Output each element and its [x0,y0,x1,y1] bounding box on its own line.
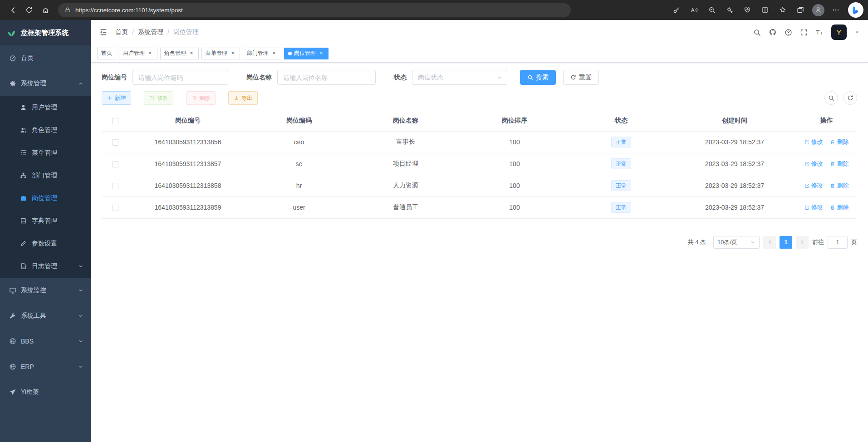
sidebar-item-erp[interactable]: ERP [0,354,91,379]
tab-home[interactable]: 首页 [97,48,116,59]
add-favorite-button[interactable] [722,2,737,18]
user-avatar[interactable] [831,25,847,40]
trash-icon [191,95,197,101]
next-page-button[interactable] [796,236,809,249]
fullscreen-button[interactable] [800,29,808,36]
row-edit-button[interactable]: 修改 [804,160,823,168]
sidebar-item-role-management[interactable]: 角色管理 [0,119,91,142]
sidebar-item-log-management[interactable]: 日志管理 [0,255,91,278]
tab-menu-management[interactable]: 菜单管理× [201,48,240,59]
briefcase-icon [20,195,27,202]
settings-menu-button[interactable] [828,2,843,18]
sidebar-item-param-settings[interactable]: 参数设置 [0,232,91,255]
avatar-dropdown-caret[interactable] [854,29,860,35]
row-checkbox[interactable] [112,161,118,167]
browser-profile-button[interactable] [810,2,826,18]
tab-close-icon[interactable]: × [271,50,277,57]
toggle-search-button[interactable] [824,91,838,105]
book-icon [20,217,27,225]
select-all-checkbox[interactable] [112,118,118,124]
tab-close-icon[interactable]: × [230,50,236,57]
system-submenu: 用户管理 角色管理 菜单管理 部门管理 岗位管理 [0,96,91,278]
sidebar-item-dept-management[interactable]: 部门管理 [0,164,91,187]
tab-close-icon[interactable]: × [318,50,324,57]
row-delete-button[interactable]: 删除 [830,138,848,146]
search-button[interactable]: 搜索 [520,70,556,85]
prev-page-button[interactable] [763,236,776,249]
copilot-bing-button[interactable] [848,2,863,18]
address-bar[interactable]: https://ccnetcore.com:1101/system/post [58,3,571,17]
row-delete-button[interactable]: 删除 [830,203,848,211]
column-header-post-sort: 岗位排序 [460,110,569,131]
favorites-button[interactable] [775,2,790,18]
row-edit-button[interactable]: 修改 [804,182,823,190]
read-aloud-button[interactable] [687,2,702,18]
tab-label: 部门管理 [247,49,269,57]
refresh-table-button[interactable] [843,91,857,105]
sidebar-fold-button[interactable] [99,28,108,37]
sidebar-item-system-management[interactable]: 系统管理 [0,71,91,96]
cell-post-id: 1641030593112313859 [129,196,247,218]
sidebar-item-bbs[interactable]: BBS [0,329,91,354]
row-delete-button[interactable]: 删除 [830,160,848,168]
page-number-button[interactable]: 1 [780,236,792,249]
row-edit-button[interactable]: 修改 [804,138,823,146]
collections-button[interactable] [793,2,808,18]
edit-button[interactable]: 修改 [144,91,173,105]
row-checkbox[interactable] [112,139,118,146]
zoom-button[interactable] [704,2,720,18]
cell-post-id: 1641030593112313856 [129,131,247,153]
github-link-button[interactable] [769,28,777,36]
tab-dept-management[interactable]: 部门管理× [243,48,281,59]
site-info-icon[interactable] [64,7,71,13]
breadcrumb-system[interactable]: 系统管理 [138,28,163,36]
post-name-input[interactable] [277,70,376,85]
add-button[interactable]: 新增 [102,91,131,105]
delete-button[interactable]: 删除 [186,91,216,105]
browser-back-button[interactable] [5,2,21,18]
app-logo: 意框架管理系统 [0,20,91,45]
status-badge: 正常 [611,202,631,213]
sidebar-item-system-monitor[interactable]: 系统监控 [0,278,91,303]
sidebar-item-label: 字典管理 [32,217,57,225]
sidebar-item-dict-management[interactable]: 字典管理 [0,210,91,232]
sidebar-item-yi-framework[interactable]: Yi框架 [0,379,91,405]
table-tools [824,91,857,105]
sidebar-item-label: BBS [21,338,34,345]
row-checkbox[interactable] [112,183,118,189]
font-size-icon [815,28,824,36]
layout-size-button[interactable] [815,28,824,36]
export-button[interactable]: 导出 [228,91,258,105]
browser-home-button[interactable] [37,2,54,18]
filter-form: 岗位编号 岗位名称 状态 岗位状态 搜索 [102,70,857,85]
sidebar-item-menu-management[interactable]: 菜单管理 [0,142,91,164]
tab-close-icon[interactable]: × [188,50,195,57]
reset-button[interactable]: 重置 [563,70,599,85]
table-row: 1641030593112313857 se 项目经理 100 正常 2023-… [102,153,857,175]
page-size-select[interactable]: 10条/页 [713,236,760,249]
row-delete-button[interactable]: 删除 [830,182,848,190]
tab-role-management[interactable]: 角色管理× [160,48,199,59]
sidebar-item-post-management[interactable]: 岗位管理 [0,187,91,210]
sidebar-item-home[interactable]: 首页 [0,45,91,71]
status-select[interactable]: 岗位状态 [412,70,507,85]
table-toolbar: 新增 修改 删除 导出 [102,91,857,105]
row-checkbox[interactable] [112,205,118,211]
docs-help-button[interactable] [785,29,792,36]
column-header-post-name: 岗位名称 [351,110,460,131]
browser-essentials-button[interactable] [740,2,755,18]
tab-user-management[interactable]: 用户管理× [119,48,157,59]
split-screen-button[interactable] [757,2,773,18]
browser-refresh-button[interactable] [21,2,37,18]
goto-page-input[interactable] [828,236,848,249]
row-edit-button[interactable]: 修改 [804,203,823,211]
post-code-input[interactable] [132,70,228,85]
breadcrumb-home[interactable]: 首页 [115,28,128,36]
header-search-button[interactable] [753,29,761,36]
sidebar-item-system-tools[interactable]: 系统工具 [0,303,91,329]
tab-close-icon[interactable]: × [147,50,153,57]
sidebar-menu: 首页 系统管理 用户管理 角色管理 菜单管理 [0,45,91,405]
sidebar-item-user-management[interactable]: 用户管理 [0,96,91,119]
password-key-button[interactable] [669,2,684,18]
tab-post-management[interactable]: 岗位管理× [284,48,329,59]
